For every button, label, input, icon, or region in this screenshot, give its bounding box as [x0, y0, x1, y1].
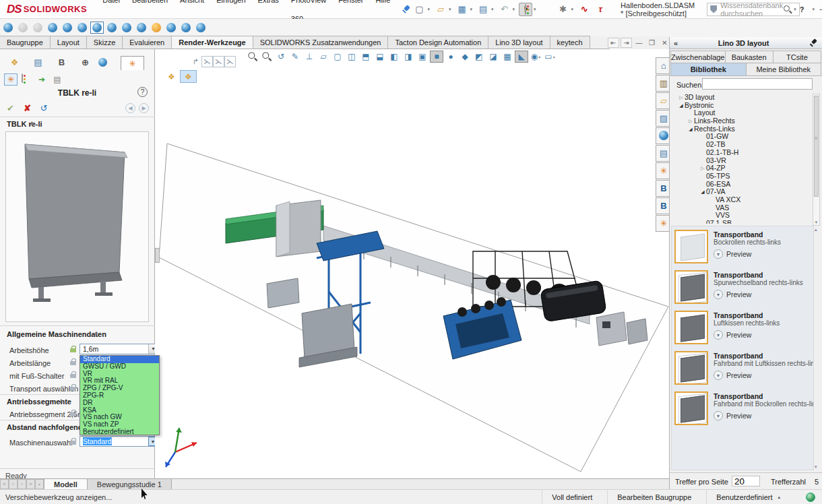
- options-orange-icon[interactable]: [150, 22, 163, 34]
- recall-render-icon[interactable]: [179, 22, 193, 34]
- previous-view-icon[interactable]: ↺: [274, 51, 288, 63]
- ribbon-tab[interactable]: Baugruppe: [0, 36, 51, 49]
- zoom-fit-icon[interactable]: [246, 51, 259, 63]
- preview-button[interactable]: ▼ Preview: [714, 330, 780, 340]
- preview-chevron-icon[interactable]: ▼: [714, 290, 723, 299]
- library-search-input[interactable]: [702, 78, 813, 90]
- mate-joint-icon-1[interactable]: ⋋: [201, 56, 213, 67]
- magnetic-mate-active-icon[interactable]: ❖: [180, 70, 197, 83]
- item-thumbnail[interactable]: [674, 351, 708, 385]
- view-cube-4[interactable]: ⬒: [359, 51, 373, 63]
- dropdown-option[interactable]: VR: [80, 371, 159, 378]
- status-segment[interactable]: Bearbeiten Baugruppe: [607, 490, 706, 504]
- isometric-view-icon[interactable]: ◣: [515, 51, 528, 63]
- library-item[interactable]: Transportband Fahrband mit Luftkissen re…: [674, 351, 811, 385]
- tacton-icon[interactable]: τ: [594, 3, 607, 16]
- minimize-button[interactable]: –: [815, 3, 822, 15]
- open-icon[interactable]: ▱: [434, 3, 447, 16]
- dropdown-option[interactable]: KSA: [80, 407, 159, 414]
- tacton-network-icon[interactable]: ✳: [121, 56, 144, 70]
- arbeitshoehe-combo[interactable]: 1,6m ▼: [80, 344, 158, 354]
- shaded-with-edges-icon[interactable]: ■: [430, 51, 443, 63]
- tree-item[interactable]: Rechts-Links: [671, 125, 813, 133]
- ribbon-tab[interactable]: Skizze: [86, 36, 123, 49]
- dropdown-option[interactable]: Standard: [80, 356, 159, 363]
- tree-item[interactable]: 07-VA: [671, 188, 813, 196]
- model-tab[interactable]: Modell: [44, 479, 88, 489]
- schedule-render-icon[interactable]: [164, 22, 178, 34]
- maschinenauswahl-combo[interactable]: Standard ▼: [80, 436, 158, 447]
- viewport-3d-scene[interactable]: ↺✎⊥▱▢◫⬒⬓◧◨▣■●◆◩◪▦◣◉▭ ↱⋋⋋⋋ ❖❖: [155, 49, 669, 478]
- render-disabled-1[interactable]: [16, 22, 30, 34]
- view-cube-10[interactable]: ◩: [472, 51, 486, 63]
- tree-item[interactable]: 04-ZP: [671, 164, 813, 172]
- report-icon[interactable]: ▤: [51, 73, 64, 86]
- appearance-sphere-icon[interactable]: ●: [444, 51, 457, 63]
- preview-chevron-icon[interactable]: ▼: [714, 249, 723, 259]
- preview-chevron-icon[interactable]: ▼: [714, 371, 723, 380]
- sketch-icon[interactable]: ✎: [288, 51, 302, 63]
- tree-expand-icon[interactable]: [678, 94, 685, 102]
- tree-item[interactable]: 02-TB: [671, 141, 813, 149]
- rebuild-traffic-light-icon[interactable]: [540, 3, 554, 16]
- preview-chevron-icon[interactable]: ▼: [714, 330, 723, 340]
- library-item[interactable]: Transportband Fahrband mit Bockrollen re…: [674, 391, 811, 425]
- network-render-icon[interactable]: [194, 22, 208, 34]
- view-cube-2[interactable]: ▢: [331, 51, 344, 63]
- tree-item[interactable]: Links-Rechts: [671, 117, 813, 125]
- tree-expand-icon[interactable]: [687, 117, 694, 125]
- save-icon[interactable]: ▦: [455, 3, 469, 16]
- view-cube-7[interactable]: ◨: [402, 51, 415, 63]
- knowledge-search[interactable]: Wissensdatenbank durchsuchen ▾: [707, 3, 799, 16]
- ribbon-tab[interactable]: keytech: [550, 36, 590, 49]
- dropdown-option[interactable]: VS nach ZP: [80, 421, 159, 429]
- next-tab-icon[interactable]: ›: [18, 479, 26, 489]
- new-doc-icon[interactable]: ▢: [413, 3, 426, 16]
- pin-icon[interactable]: [809, 39, 817, 47]
- final-render-icon[interactable]: [120, 22, 133, 34]
- mate-joint-icon-2[interactable]: ⋋: [213, 56, 224, 67]
- tree-expand-icon[interactable]: [699, 164, 706, 172]
- tree-item[interactable]: 07.1-SB: [671, 220, 813, 224]
- options-gear-icon[interactable]: ✱: [557, 3, 570, 16]
- ribbon-tab[interactable]: SOLIDWORKS Zusatzanwendungen: [253, 36, 389, 49]
- preview-button[interactable]: ▼ Preview: [714, 371, 811, 380]
- render-disabled-2[interactable]: [31, 22, 44, 34]
- help-icon[interactable]: ?: [137, 87, 148, 97]
- panel-splitter-handle[interactable]: [155, 248, 160, 263]
- target-scene-icon[interactable]: [75, 22, 89, 34]
- section-header-component[interactable]: TBLK re-li: [7, 120, 42, 128]
- preview-button[interactable]: ▼ Preview: [714, 411, 811, 420]
- integrated-preview-icon[interactable]: [105, 22, 119, 34]
- view-settings-eye-icon[interactable]: ◉: [529, 51, 542, 63]
- back-button[interactable]: ◀: [125, 103, 135, 113]
- ok-button[interactable]: ✔: [7, 103, 14, 113]
- preview-button[interactable]: ▼ Preview: [714, 249, 781, 259]
- exit-arrow-icon[interactable]: ↱: [190, 56, 201, 67]
- status-segment[interactable]: Benutzerdefiniert▴: [706, 490, 790, 504]
- library-tab[interactable]: Meine Bibliothek: [746, 63, 822, 76]
- tree-item[interactable]: VVS: [671, 212, 813, 220]
- section-view-icon[interactable]: ⊥: [303, 51, 316, 63]
- per-page-input[interactable]: [732, 476, 760, 486]
- section-header-drive[interactable]: Antriebssegmente: [7, 398, 71, 406]
- tree-item[interactable]: Bystronic: [671, 102, 813, 110]
- tacton-config-icon[interactable]: ✳: [4, 73, 18, 86]
- panel-tab[interactable]: Zwischenablage: [670, 51, 726, 64]
- copy-appearance-icon[interactable]: [61, 22, 74, 34]
- view-cube-3[interactable]: ◫: [345, 51, 358, 63]
- dropdown-option[interactable]: GWSU / GWD: [80, 363, 159, 371]
- zoom-area-icon[interactable]: [260, 51, 274, 63]
- first-tab-icon[interactable]: «: [0, 479, 9, 489]
- tree-expand-icon[interactable]: [687, 125, 694, 133]
- model-tab[interactable]: Bewegungsstudie 1: [88, 479, 172, 489]
- scrollbar-thumb[interactable]: [814, 96, 819, 197]
- item-thumbnail[interactable]: [674, 311, 708, 344]
- print-icon[interactable]: ▤: [476, 3, 490, 16]
- status-segment[interactable]: Voll definiert: [542, 490, 607, 504]
- tree-icon[interactable]: ▤: [26, 56, 50, 70]
- tree-item[interactable]: 3D layout: [671, 94, 813, 102]
- ribbon-tab[interactable]: Evaluieren: [122, 36, 172, 49]
- dropdown-option[interactable]: VR mit RAL: [80, 377, 159, 385]
- ribbon-tab[interactable]: Render-Werkzeuge: [171, 36, 253, 49]
